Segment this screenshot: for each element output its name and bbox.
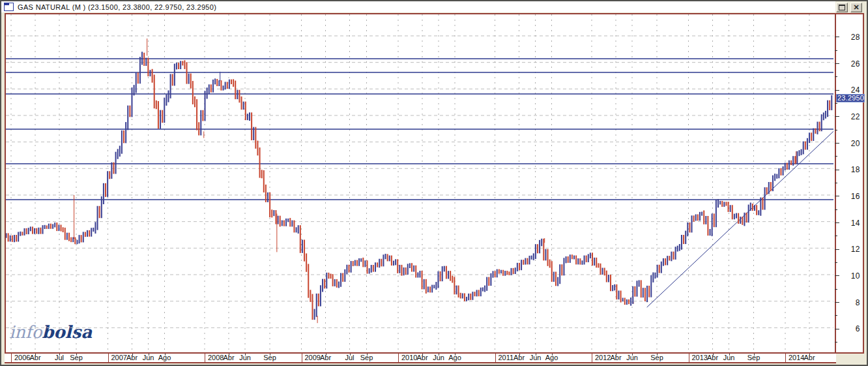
price-minor-tick xyxy=(835,76,837,77)
price-major-tick xyxy=(835,275,839,276)
month-label: Jun xyxy=(140,354,157,361)
month-label: Sep xyxy=(261,354,278,361)
price-minor-tick xyxy=(835,315,837,316)
price-major-tick xyxy=(835,90,839,91)
time-axis: 2006AbrJulSep2007AbrJunAgo2008AbrJunSep2… xyxy=(5,354,836,363)
month-label: Abr xyxy=(220,354,237,361)
logo-text-bolsa: bolsa xyxy=(42,322,92,342)
year-separator xyxy=(11,354,12,362)
month-label: Ago xyxy=(543,354,560,361)
price-major-tick xyxy=(835,170,839,170)
price-minor-tick xyxy=(835,130,837,130)
price-tick-label: 10 xyxy=(842,271,860,281)
price-tick-label: 12 xyxy=(842,245,860,254)
last-price-badge: 23.2950 xyxy=(836,94,865,102)
close-button[interactable]: ✕ xyxy=(850,3,862,12)
price-major-tick xyxy=(835,196,839,196)
price-minor-tick xyxy=(835,50,837,51)
axis-corner xyxy=(836,354,864,365)
year-separator xyxy=(689,354,689,362)
month-label: Sep xyxy=(68,354,85,361)
year-separator xyxy=(398,354,399,362)
price-minor-tick xyxy=(835,262,837,263)
price-axis: 2826242220181614121086 xyxy=(836,13,864,354)
month-label: Sep xyxy=(358,354,375,361)
month-label: Jun xyxy=(624,354,641,361)
price-minor-tick xyxy=(835,342,837,343)
chart-window: GAS NATURAL (M ) (23.1500, 23.3800, 22.9… xyxy=(0,0,868,366)
price-minor-tick xyxy=(835,156,837,157)
price-major-tick xyxy=(835,329,839,329)
month-label: Jun xyxy=(237,354,253,361)
price-tick-label: 26 xyxy=(842,59,860,69)
price-minor-tick xyxy=(835,289,837,290)
price-tick-label: 20 xyxy=(842,139,860,148)
price-minor-tick xyxy=(835,236,837,236)
window-title: GAS NATURAL (M ) (23.1500, 23.3800, 22.9… xyxy=(18,3,216,11)
chart-window-icon xyxy=(4,3,14,11)
year-separator xyxy=(785,354,786,362)
price-minor-tick xyxy=(835,103,837,104)
price-tick-label: 14 xyxy=(842,219,860,228)
month-label: Abr xyxy=(607,354,624,361)
infobolsa-logo: infobolsa xyxy=(9,322,92,342)
month-label: Ago xyxy=(446,354,463,361)
month-label: Sep xyxy=(745,354,762,361)
year-separator xyxy=(495,354,496,362)
price-tick-label: 18 xyxy=(842,165,860,174)
price-tick-label: 28 xyxy=(842,33,860,42)
price-minor-tick xyxy=(835,183,837,183)
month-label: Abr xyxy=(317,354,334,361)
price-major-tick xyxy=(835,222,839,223)
price-minor-tick xyxy=(835,209,837,210)
month-label: Abr xyxy=(124,354,141,361)
restore-icon xyxy=(839,5,845,10)
month-label: Jul xyxy=(341,354,358,361)
month-label: Abr xyxy=(704,354,721,361)
price-major-tick xyxy=(835,63,839,64)
year-separator xyxy=(205,354,205,362)
price-tick-label: 8 xyxy=(842,298,860,307)
plot-area[interactable] xyxy=(5,13,836,354)
month-label: Jun xyxy=(527,354,544,361)
month-label: Abr xyxy=(27,354,44,361)
title-bar: GAS NATURAL (M ) (23.1500, 23.3800, 22.9… xyxy=(1,1,835,12)
month-label: Ago xyxy=(156,354,173,361)
price-tick-label: 6 xyxy=(842,324,860,333)
price-tick-label: 16 xyxy=(842,192,860,201)
logo-text-info: info xyxy=(9,322,42,342)
price-major-tick xyxy=(835,143,839,144)
price-major-tick xyxy=(835,116,839,117)
year-separator xyxy=(302,354,302,362)
price-major-tick xyxy=(835,37,839,37)
month-label: Abr xyxy=(801,354,818,361)
month-label: Abr xyxy=(414,354,431,361)
restore-button[interactable] xyxy=(836,3,848,12)
month-label: Sep xyxy=(648,354,665,361)
window-controls: ✕ xyxy=(836,3,862,12)
price-major-tick xyxy=(835,302,839,303)
price-major-tick xyxy=(835,249,839,250)
month-label: Abr xyxy=(511,354,528,361)
close-icon: ✕ xyxy=(853,4,859,11)
month-label: Jul xyxy=(51,354,68,361)
year-separator xyxy=(108,354,109,362)
price-tick-label: 22 xyxy=(842,112,860,121)
year-separator xyxy=(592,354,592,362)
month-label: Jun xyxy=(430,354,447,361)
month-label: Jun xyxy=(721,354,738,361)
